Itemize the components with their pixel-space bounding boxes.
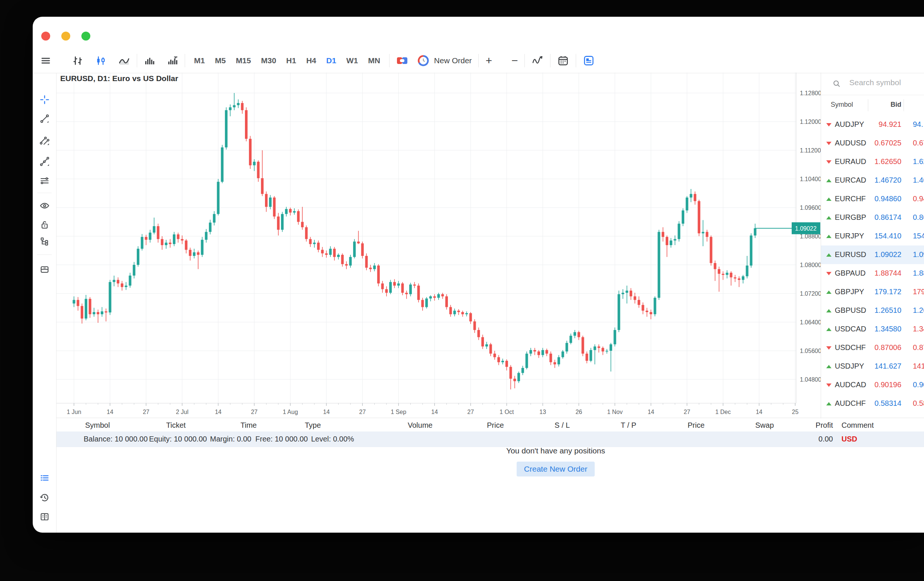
column-type[interactable]: Type: [305, 421, 321, 430]
direction-triangle-icon: [826, 402, 832, 406]
market-watch-row[interactable]: GBPJPY 179.172 179.: [821, 283, 924, 301]
market-watch-toggle-icon[interactable]: [583, 55, 595, 66]
delete-objects-icon[interactable]: [39, 264, 50, 275]
trendline-tool-icon[interactable]: [40, 113, 50, 124]
market-watch-row[interactable]: EURUSD 1.09022 1.09: [821, 245, 924, 264]
empty-positions-state: You don't have any positions Create New …: [444, 446, 667, 477]
zoom-out-button[interactable]: −: [512, 55, 518, 66]
column-tp[interactable]: T / P: [621, 421, 636, 430]
candlestick-chart[interactable]: 1.128001.120001.112001.104001.096001.088…: [56, 73, 821, 419]
bid-price: 0.58314: [874, 399, 901, 408]
market-watch-row[interactable]: USDCAD 1.34580 1.34: [821, 320, 924, 338]
balance-value: Balance: 10 000.00: [84, 435, 148, 444]
symbol-name: GBPAUD: [835, 269, 866, 278]
column-symbol[interactable]: Symbol: [831, 101, 853, 109]
create-new-order-button[interactable]: Create New Order: [516, 462, 595, 477]
zoom-button[interactable]: [81, 31, 90, 41]
timeframe-button[interactable]: D1: [326, 56, 337, 65]
ask-price: 94.: [913, 120, 923, 129]
bid-price: 0.90196: [874, 381, 901, 389]
divider: [478, 54, 479, 67]
column-sl[interactable]: S / L: [554, 421, 570, 430]
timeframe-button[interactable]: MN: [368, 56, 380, 65]
column-symbol[interactable]: Symbol: [85, 421, 110, 430]
new-order-label[interactable]: New Order: [434, 56, 472, 65]
svg-text:1.08000: 1.08000: [800, 262, 821, 268]
levels-tool-icon[interactable]: [39, 175, 50, 186]
market-watch-row[interactable]: AUDCHF 0.58314 0.58: [821, 394, 924, 413]
column-bid[interactable]: Bid: [891, 101, 901, 109]
visibility-eye-icon[interactable]: [39, 200, 50, 211]
timeframe-button[interactable]: M30: [261, 56, 276, 65]
ask-price: 0.86: [913, 213, 924, 222]
svg-text:1 Jun: 1 Jun: [66, 409, 81, 415]
volume-icon[interactable]: [144, 55, 155, 66]
calendar-icon[interactable]: [557, 55, 569, 66]
one-click-trading-icon[interactable]: [396, 56, 408, 65]
bar-chart-type-icon[interactable]: [72, 55, 83, 66]
menu-icon[interactable]: [40, 55, 51, 66]
direction-triangle-icon: [826, 253, 832, 257]
new-order-icon[interactable]: [418, 55, 429, 66]
market-watch-row[interactable]: AUDUSD 0.67025 0.67: [821, 134, 924, 152]
market-watch-row[interactable]: USDJPY 141.627 141.: [821, 357, 924, 376]
timeframe-button[interactable]: H1: [286, 56, 296, 65]
titlebar: [33, 17, 924, 48]
symbol-name: EURCHF: [835, 195, 866, 203]
market-watch-row[interactable]: EURGBP 0.86174 0.86: [821, 208, 924, 227]
divider: [525, 54, 525, 67]
minimize-button[interactable]: [61, 31, 70, 41]
history-icon[interactable]: [39, 492, 50, 503]
lock-icon[interactable]: [40, 219, 50, 230]
timeframe-button[interactable]: M15: [236, 56, 251, 65]
market-watch-row[interactable]: AUDJPY 94.921 94.: [821, 115, 924, 134]
journal-icon[interactable]: [39, 511, 50, 522]
channel-tool-icon[interactable]: [40, 136, 50, 146]
polyline-tool-icon[interactable]: [40, 156, 50, 167]
market-watch-row[interactable]: EURCHF 0.94860 0.94: [821, 190, 924, 208]
bid-price: 179.172: [874, 288, 901, 296]
column-profit[interactable]: Profit: [796, 421, 833, 430]
candlestick-chart-type-icon[interactable]: [95, 55, 106, 66]
svg-text:27: 27: [251, 409, 257, 415]
line-chart-type-icon[interactable]: [118, 55, 130, 66]
positions-list-icon[interactable]: [39, 473, 50, 483]
close-button[interactable]: [41, 31, 50, 41]
svg-text:1 Dec: 1 Dec: [715, 409, 731, 415]
account-currency: USD: [842, 435, 857, 444]
svg-text:1.12800: 1.12800: [800, 90, 821, 96]
timeframe-button[interactable]: M5: [215, 56, 226, 65]
column-ticket[interactable]: Ticket: [166, 421, 186, 430]
divider: [389, 54, 389, 67]
column-price-current[interactable]: Price: [688, 421, 705, 430]
timeframe-group: M1M5M15M30H1H4D1W1MN: [194, 56, 380, 65]
market-watch-row[interactable]: EURJPY 154.410 154.: [821, 227, 924, 245]
ask-price: 1.09: [913, 250, 924, 259]
svg-text:27: 27: [683, 409, 690, 415]
timeframe-button[interactable]: M1: [194, 56, 205, 65]
column-price-open[interactable]: Price: [487, 421, 504, 430]
timeframe-button[interactable]: W1: [346, 56, 358, 65]
column-volume[interactable]: Volume: [408, 421, 432, 430]
market-watch-row[interactable]: EURCAD 1.46720 1.46: [821, 171, 924, 190]
market-watch-row[interactable]: GBPUSD 1.26510 1.26: [821, 301, 924, 320]
svg-text:14: 14: [215, 409, 221, 415]
indicators-icon[interactable]: [531, 55, 543, 66]
market-watch-row[interactable]: USDCHF 0.87006 0.87: [821, 338, 924, 357]
market-watch-row[interactable]: GBPAUD 1.88744 1.88: [821, 264, 924, 283]
column-time[interactable]: Time: [241, 421, 257, 430]
column-swap[interactable]: Swap: [755, 421, 774, 430]
market-watch-header: Symbol Bid: [821, 95, 924, 115]
bid-price: 0.94860: [874, 195, 901, 203]
column-comment[interactable]: Comment: [842, 421, 874, 430]
tick-volume-icon[interactable]: [167, 55, 178, 66]
symbol-search[interactable]: Search symbol: [821, 73, 924, 95]
search-placeholder: Search symbol: [849, 78, 901, 87]
object-tree-icon[interactable]: [40, 236, 50, 247]
crosshair-icon[interactable]: [40, 94, 50, 105]
market-watch-row[interactable]: EURAUD 1.62650 1.62: [821, 152, 924, 171]
market-watch-row[interactable]: AUDCAD 0.90196 0.90: [821, 376, 924, 394]
zoom-in-button[interactable]: +: [485, 55, 492, 66]
app-window: M1M5M15M30H1H4D1W1MN New Order + −: [33, 17, 924, 533]
timeframe-button[interactable]: H4: [306, 56, 316, 65]
